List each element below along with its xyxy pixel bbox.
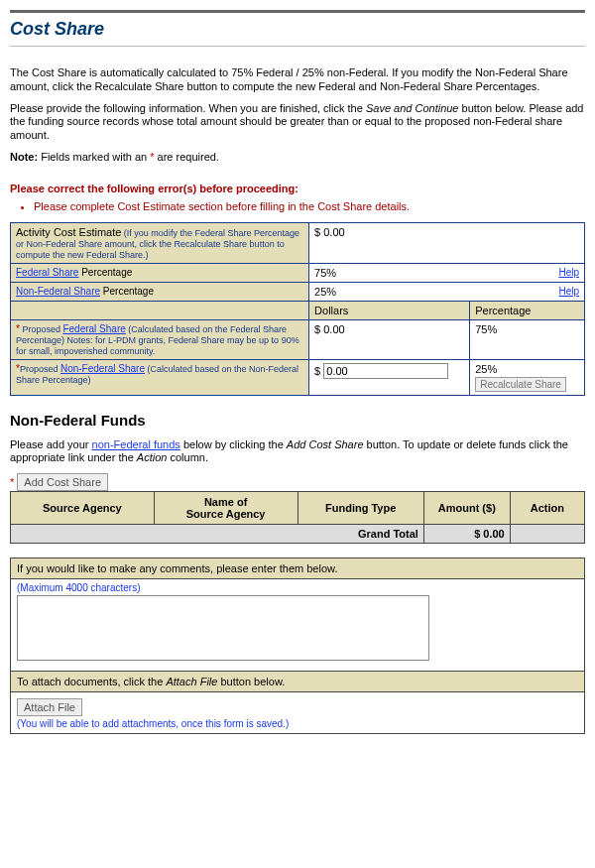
funds-intro: Please add your non-Federal funds below … — [10, 438, 585, 466]
asterisk-icon: * — [10, 476, 14, 488]
attach-file-button[interactable]: Attach File — [17, 698, 82, 716]
federal-share-link[interactable]: Federal Share — [16, 267, 78, 278]
title-divider — [10, 46, 585, 47]
help-link-nonfederal[interactable]: Help — [558, 286, 579, 297]
max-chars-label: (Maximum 4000 characters) — [17, 582, 578, 593]
grand-total-value: $ 0.00 — [423, 525, 510, 544]
nonfederal-share-link[interactable]: Non-Federal Share — [16, 286, 100, 297]
col-amount: Amount ($) — [423, 492, 510, 525]
add-cost-share-button[interactable]: Add Cost Share — [17, 473, 108, 491]
proposed-nonfederal-input[interactable] — [323, 363, 448, 379]
top-divider — [10, 10, 585, 13]
proposed-nonfederal-percent: 25% — [475, 363, 497, 375]
intro-paragraph-2: Please provide the following information… — [10, 102, 585, 143]
dollars-header: Dollars — [309, 301, 470, 319]
recalculate-button[interactable]: Recalculate Share — [475, 377, 566, 392]
comments-textarea[interactable] — [17, 595, 429, 661]
error-item: Please complete Cost Estimate section be… — [34, 200, 585, 212]
col-source-agency: Source Agency — [11, 492, 155, 525]
nonfederal-funds-heading: Non-Federal Funds — [10, 412, 585, 429]
col-action: Action — [510, 492, 584, 525]
intro-paragraph-1: The Cost Share is automatically calculat… — [10, 66, 585, 94]
nonfederal-percent-value: 25% — [314, 286, 336, 298]
comments-section: If you would like to make any comments, … — [10, 558, 585, 672]
attach-note: (You will be able to add attachments, on… — [17, 718, 578, 729]
attach-section: To attach documents, click the Attach Fi… — [10, 672, 585, 734]
help-link-federal[interactable]: Help — [558, 267, 579, 278]
proposed-federal-dollars: $ 0.00 — [309, 319, 470, 359]
page-title: Cost Share — [10, 19, 585, 40]
proposed-nonfederal-link[interactable]: Non-Federal Share — [60, 363, 145, 374]
col-funding-type: Funding Type — [298, 492, 423, 525]
cost-share-table: Activity Cost Estimate (If you modify th… — [10, 222, 585, 396]
col-name-source: Name of Source Agency — [154, 492, 298, 525]
federal-percent-value: 75% — [314, 267, 336, 279]
attach-heading: To attach documents, click the Attach Fi… — [11, 672, 584, 692]
grand-total-label: Grand Total — [11, 525, 424, 544]
nonfederal-funds-link[interactable]: non-Federal funds — [92, 438, 180, 450]
error-list: Please complete Cost Estimate section be… — [34, 200, 585, 212]
ace-label: Activity Cost Estimate — [16, 226, 121, 238]
proposed-federal-percent: 75% — [470, 319, 585, 359]
error-heading: Please correct the following error(s) be… — [10, 183, 585, 194]
funds-table: Source Agency Name of Source Agency Fund… — [10, 491, 585, 544]
comments-heading: If you would like to make any comments, … — [11, 558, 584, 579]
proposed-federal-link[interactable]: Federal Share — [62, 323, 125, 334]
ace-value: $ 0.00 — [309, 222, 585, 263]
percentage-header: Percentage — [470, 301, 585, 319]
required-note: Note: Fields marked with an * are requir… — [10, 151, 585, 165]
